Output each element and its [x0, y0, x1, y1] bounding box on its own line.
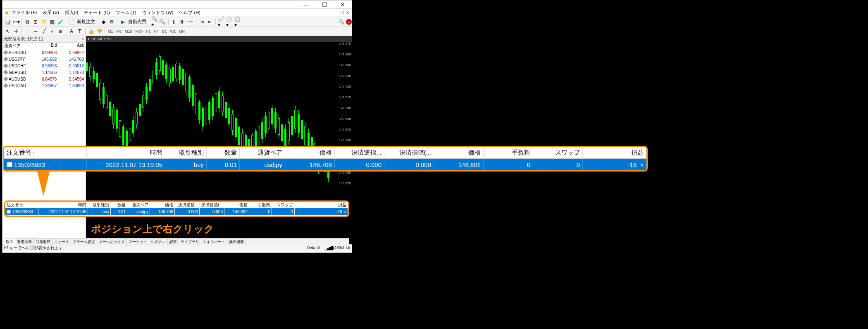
hdr-fee-s[interactable]: 手数料	[249, 202, 272, 208]
menu-insert[interactable]: 挿入(I)	[62, 9, 81, 17]
hdr-type[interactable]: 取引種別	[165, 147, 207, 158]
minimize-button[interactable]: —	[299, 1, 314, 8]
terminal-tab[interactable]: 操作履歴	[227, 238, 246, 246]
market-watch-row[interactable]: USDCHF0.989930.99012	[2, 62, 86, 69]
channel-icon[interactable]: ⫽	[48, 28, 56, 35]
chart-shift-icon[interactable]: ⇤	[206, 18, 214, 26]
mdi-minimize-icon[interactable]: —	[335, 10, 339, 15]
mdi-close-icon[interactable]: ✕	[346, 10, 349, 15]
menu-file[interactable]: ファイル (F)	[9, 9, 39, 17]
position-row-selected[interactable]: 135028883 2022.11.07 13:19:05 buy 0.01 u…	[4, 159, 646, 170]
terminal-tab[interactable]: 取引	[4, 238, 15, 246]
market-watch-close-icon[interactable]: ×	[81, 37, 86, 41]
new-order-icon[interactable]: 📄	[68, 18, 75, 26]
close-position-icon[interactable]: ×	[344, 210, 346, 214]
hdr-price-s[interactable]: 価格	[150, 202, 175, 208]
menu-tool[interactable]: ツール (T)	[113, 9, 139, 17]
strategy-tester-icon[interactable]: 🧪	[57, 18, 64, 26]
hdr-swap-s[interactable]: スワップ	[272, 202, 295, 208]
tf-w1[interactable]: W1	[169, 29, 177, 34]
hdr-time-s[interactable]: 時間	[38, 202, 88, 208]
navigator-icon[interactable]: 📁	[40, 18, 48, 26]
position-row-selected-small[interactable]: 135028883 2022.11.07 13:19:05 buy 0.01 u…	[5, 208, 348, 215]
menu-window[interactable]: ウィンドウ (W)	[140, 9, 176, 17]
hline-icon[interactable]: ─	[32, 28, 39, 35]
market-watch-row[interactable]: GBPUSD1.145561.14578	[2, 69, 86, 76]
terminal-tab[interactable]: シグナル	[149, 238, 168, 246]
terminal-tab[interactable]: 口座履歴	[34, 238, 52, 246]
tf-h1[interactable]: H1	[145, 29, 152, 34]
autotrade-icon[interactable]: ▶	[119, 18, 126, 26]
col-bid[interactable]: Bid	[31, 43, 59, 49]
tf-m15[interactable]: M15	[124, 29, 134, 34]
menu-help[interactable]: ヘルプ (H)	[176, 9, 203, 17]
zoom-out-icon[interactable]: 🔍-	[159, 18, 167, 26]
maximize-button[interactable]: ☐	[317, 1, 332, 8]
tf-m30[interactable]: M30	[134, 29, 144, 34]
hdr-order-s[interactable]: 注文番号	[7, 202, 23, 208]
hdr-pl-s[interactable]: 損益	[295, 202, 348, 208]
auto-scroll-icon[interactable]: ⇥	[198, 18, 205, 26]
zoom-in-icon[interactable]: 🔍+	[151, 18, 158, 26]
terminal-tab[interactable]: 運用比率	[15, 238, 34, 246]
thumb-down-icon[interactable]: 👎	[95, 28, 103, 35]
market-watch-row[interactable]: USDJPY146.692146.708	[2, 56, 86, 62]
tf-m1[interactable]: M1	[107, 29, 114, 34]
hdr-fee[interactable]: 手数料	[484, 147, 533, 158]
terminal-tab[interactable]: 記事	[168, 238, 179, 246]
market-watch-row[interactable]: AUDUSD0.645760.64594	[2, 76, 86, 82]
market-watch-icon[interactable]: ⧉	[24, 18, 31, 26]
close-position-icon[interactable]: ×	[640, 161, 644, 168]
menu-view[interactable]: 表示 (V)	[40, 9, 62, 17]
data-window-icon[interactable]: ⊞	[32, 18, 39, 26]
tf-h4[interactable]: H4	[153, 29, 160, 34]
hdr-vol-s[interactable]: 数量	[111, 202, 127, 208]
hdr-pair-s[interactable]: 通貨ペア	[127, 202, 150, 208]
chart-tab-expand-icon[interactable]: ▾	[88, 37, 90, 41]
hdr-sl[interactable]: 決済逆指...	[335, 147, 384, 158]
market-watch-row[interactable]: EURUSD0.998060.99822	[2, 49, 86, 56]
search-icon[interactable]: 🔍	[338, 18, 345, 26]
market-watch-row[interactable]: USDCAD1.348671.34890	[2, 82, 86, 89]
candle-chart-icon[interactable]: ⊪	[179, 18, 186, 26]
new-order-button[interactable]: 新規注文	[76, 19, 96, 25]
hdr-price2[interactable]: 価格	[434, 147, 484, 158]
terminal-tab[interactable]: ライブラリ	[179, 238, 201, 246]
profiles-icon[interactable]: ▭▾	[12, 18, 20, 26]
periods-icon[interactable]: 🕐▾	[226, 18, 233, 26]
line-chart-icon[interactable]: 〰	[187, 18, 194, 26]
terminal-tab[interactable]: メールボックス	[97, 238, 127, 246]
thumb-up-icon[interactable]: 👍	[87, 28, 95, 35]
terminal-tab[interactable]: アラーム設定	[71, 238, 97, 246]
hdr-tp-s[interactable]: 決済指値(...	[200, 202, 224, 208]
crosshair-icon[interactable]: ✛	[12, 28, 20, 35]
vline-icon[interactable]: │	[24, 28, 31, 35]
hdr-price2-s[interactable]: 価格	[224, 202, 249, 208]
close-button[interactable]: ✕	[335, 1, 350, 8]
mdi-restore-icon[interactable]: ❐	[341, 10, 344, 15]
hdr-vol[interactable]: 数量	[207, 147, 240, 158]
hdr-sl-s[interactable]: 決済逆指...	[175, 202, 200, 208]
fibo-icon[interactable]: ≡	[57, 28, 64, 35]
terminal-icon[interactable]: ▤	[48, 18, 56, 26]
notification-badge[interactable]: 1	[346, 19, 352, 25]
templates-icon[interactable]: 📋▾	[234, 18, 241, 26]
hdr-swap[interactable]: スワップ	[533, 147, 583, 158]
hdr-pl[interactable]: 損益	[583, 147, 646, 158]
terminal-tab[interactable]: エキスパート	[201, 238, 227, 246]
options-icon[interactable]: ⚙	[108, 18, 115, 26]
tf-mn[interactable]: MN	[178, 29, 186, 34]
col-ask[interactable]: Ask	[58, 43, 86, 49]
hdr-pair[interactable]: 通貨ペア	[240, 147, 285, 158]
hdr-time[interactable]: 時間	[87, 147, 165, 158]
hdr-price[interactable]: 価格	[285, 147, 335, 158]
trendline-icon[interactable]: ╱	[40, 28, 48, 35]
hdr-order[interactable]: 注文番号	[7, 149, 31, 157]
terminal-tab[interactable]: マーケット	[127, 238, 149, 246]
bar-chart-icon[interactable]: ⫿	[170, 18, 178, 26]
tf-d1[interactable]: D1	[161, 29, 168, 34]
text-label-icon[interactable]: T	[76, 28, 83, 35]
menu-chart[interactable]: チャート (C)	[81, 9, 112, 17]
metaeditor-icon[interactable]: ◆	[100, 18, 107, 26]
tf-m5[interactable]: M5	[115, 29, 123, 34]
